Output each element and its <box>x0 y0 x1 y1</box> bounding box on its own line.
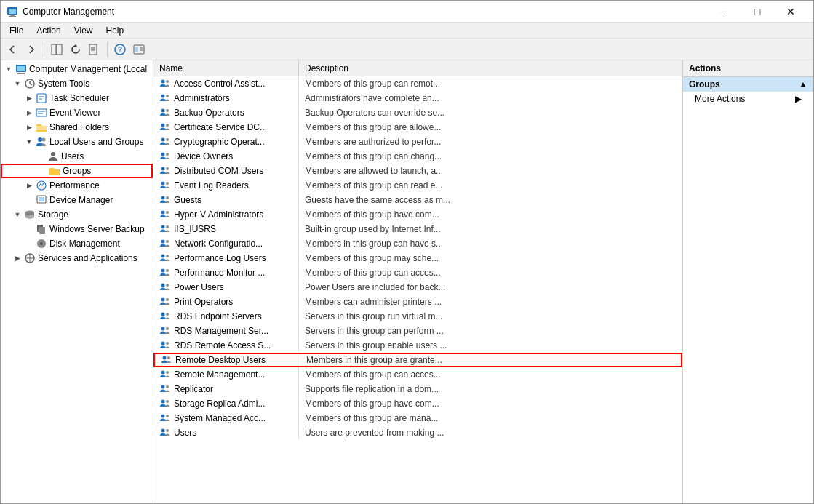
list-row[interactable]: RDS Endpoint ServersServers in this grou… <box>153 309 682 324</box>
list-cell-name: Device Owners <box>153 149 299 163</box>
sidebar-item-storage[interactable]: ▼ Storage <box>1 207 153 222</box>
svg-point-68 <box>161 254 165 257</box>
list-cell-name: Hyper-V Administrators <box>153 207 299 221</box>
sidebar-item-performance[interactable]: ▶ Performance <box>1 178 153 193</box>
column-header-name[interactable]: Name <box>153 60 299 76</box>
list-cell-name: Power Users <box>153 280 299 294</box>
list-cell-description: Members of this group have com... <box>299 207 682 221</box>
list-row[interactable]: Performance Monitor ...Members of this g… <box>153 265 682 280</box>
list-row[interactable]: IIS_IUSRSBuilt-in group used by Internet… <box>153 222 682 236</box>
svg-rect-6 <box>89 44 97 55</box>
sidebar-item-device-manager[interactable]: ▶ Device Manager <box>1 193 153 207</box>
sidebar-label-task-scheduler: Task Scheduler <box>49 93 109 103</box>
list-cell-name: RDS Endpoint Servers <box>153 309 299 323</box>
list-cell-description: Built-in group used by Internet Inf... <box>299 222 682 236</box>
list-row[interactable]: AdministratorsAdministrators have comple… <box>153 91 682 105</box>
sidebar-item-computer-mgmt[interactable]: ▼ Computer Management (Local <box>1 62 153 76</box>
sidebar-item-disk-management[interactable]: ▶ Disk Management <box>1 236 153 251</box>
list-row[interactable]: Cryptographic Operat...Members are autho… <box>153 135 682 149</box>
list-row[interactable]: Performance Log UsersMembers of this gro… <box>153 251 682 265</box>
sidebar-label-performance: Performance <box>49 180 100 191</box>
list-row[interactable]: GuestsGuests have the same access as m..… <box>153 193 682 207</box>
list-row[interactable]: Remote Management...Members of this grou… <box>153 367 682 382</box>
svg-rect-1 <box>9 9 16 14</box>
list-row[interactable]: RDS Management Ser...Servers in this gro… <box>153 324 682 338</box>
list-cell-name-text: Power Users <box>174 282 224 292</box>
performance-icon <box>36 180 47 191</box>
export-button[interactable] <box>86 41 103 58</box>
svg-point-49 <box>166 109 169 112</box>
svg-point-48 <box>161 108 165 112</box>
group-row-icon <box>159 180 171 191</box>
list-row[interactable]: UsersUsers are prevented from making ... <box>153 425 682 440</box>
list-row[interactable]: Power UsersPower Users are included for … <box>153 280 682 295</box>
toolbar-separator-2 <box>107 42 108 57</box>
list-row[interactable]: Device OwnersMembers of this group can c… <box>153 149 682 164</box>
svg-line-22 <box>30 84 32 85</box>
column-header-description[interactable]: Description <box>299 60 682 76</box>
svg-point-56 <box>161 167 165 170</box>
minimize-button[interactable]: − <box>707 1 741 23</box>
menu-help[interactable]: Help <box>100 24 130 37</box>
menu-file[interactable]: File <box>4 24 29 37</box>
group-row-icon <box>159 267 171 279</box>
forward-button[interactable] <box>23 41 40 58</box>
sidebar-label-computer-mgmt: Computer Management (Local <box>29 64 147 74</box>
toolbar-separator-1 <box>44 42 44 57</box>
list-cell-name-text: Remote Management... <box>174 369 265 380</box>
sidebar-label-disk-management: Disk Management <box>49 239 120 249</box>
list-row[interactable]: Storage Replica Admi...Members of this g… <box>153 396 682 411</box>
shared-folders-icon <box>36 121 47 133</box>
list-row[interactable]: ReplicatorSupports file replication in a… <box>153 382 682 396</box>
svg-point-30 <box>42 138 46 142</box>
list-row[interactable]: System Managed Acc...Members of this gro… <box>153 411 682 425</box>
list-row[interactable]: Access Control Assist...Members of this … <box>153 76 682 91</box>
expand-icon-system-tools: ▼ <box>12 79 23 89</box>
list-cell-name-text: Cryptographic Operat... <box>174 137 265 147</box>
list-cell-name: Access Control Assist... <box>153 76 299 90</box>
group-row-icon <box>159 296 171 308</box>
list-row[interactable]: Event Log ReadersMembers of this group c… <box>153 178 682 193</box>
help-button[interactable]: ? <box>111 41 129 58</box>
list-row[interactable]: Distributed COM UsersMembers are allowed… <box>153 164 682 178</box>
list-row[interactable]: RDS Remote Access S...Servers in this gr… <box>153 338 682 353</box>
toolbar: ? <box>1 39 813 60</box>
list-row[interactable]: Remote Desktop UsersMembers in this grou… <box>153 353 682 367</box>
sidebar-item-windows-backup[interactable]: ▶ Windows Server Backup <box>1 222 153 236</box>
sidebar-item-groups[interactable]: ▶ Groups <box>1 164 153 178</box>
list-row[interactable]: Hyper-V AdministratorsMembers of this gr… <box>153 207 682 222</box>
list-cell-name: Guests <box>153 193 299 207</box>
svg-rect-4 <box>52 44 56 55</box>
group-row-icon <box>159 223 171 235</box>
sidebar-item-services-apps[interactable]: ▶ Services and Applications <box>1 251 153 265</box>
svg-point-45 <box>166 80 169 83</box>
show-scope-button[interactable] <box>130 41 148 58</box>
sidebar-label-services-apps: Services and Applications <box>38 253 137 263</box>
menu-action[interactable]: Action <box>31 24 66 37</box>
sidebar-item-task-scheduler[interactable]: ▶ Task Scheduler <box>1 91 153 105</box>
sidebar-item-system-tools[interactable]: ▼ System Tools <box>1 76 153 91</box>
refresh-button[interactable] <box>67 41 84 58</box>
list-row[interactable]: Backup OperatorsBackup Operators can ove… <box>153 105 682 120</box>
show-hide-console-button[interactable] <box>48 41 65 58</box>
group-row-icon <box>159 281 171 293</box>
list-cell-name: IIS_IUSRS <box>153 222 299 236</box>
list-cell-name: Backup Operators <box>153 105 299 119</box>
close-button[interactable]: ✕ <box>774 1 807 23</box>
sidebar-item-local-users[interactable]: ▼ Local Users and Groups <box>1 135 153 149</box>
sidebar-item-users[interactable]: ▶ Users <box>1 149 153 164</box>
list-row[interactable]: Print OperatorsMembers can administer pr… <box>153 295 682 309</box>
svg-point-74 <box>161 297 165 301</box>
back-button[interactable] <box>4 41 21 58</box>
svg-point-57 <box>166 167 169 170</box>
storage-icon <box>24 209 36 220</box>
actions-more-actions[interactable]: More Actions ▶ <box>683 92 813 106</box>
menu-view[interactable]: View <box>68 24 99 37</box>
sidebar-item-event-viewer[interactable]: ▶ Event Viewer <box>1 105 153 120</box>
sidebar-label-users: Users <box>61 151 84 161</box>
list-row[interactable]: Certificate Service DC...Members of this… <box>153 120 682 135</box>
title-bar: Computer Management − □ ✕ <box>1 1 813 23</box>
maximize-button[interactable]: □ <box>741 1 774 23</box>
list-row[interactable]: Network Configuratio...Members in this g… <box>153 236 682 251</box>
sidebar-item-shared-folders[interactable]: ▶ Shared Folders <box>1 120 153 135</box>
